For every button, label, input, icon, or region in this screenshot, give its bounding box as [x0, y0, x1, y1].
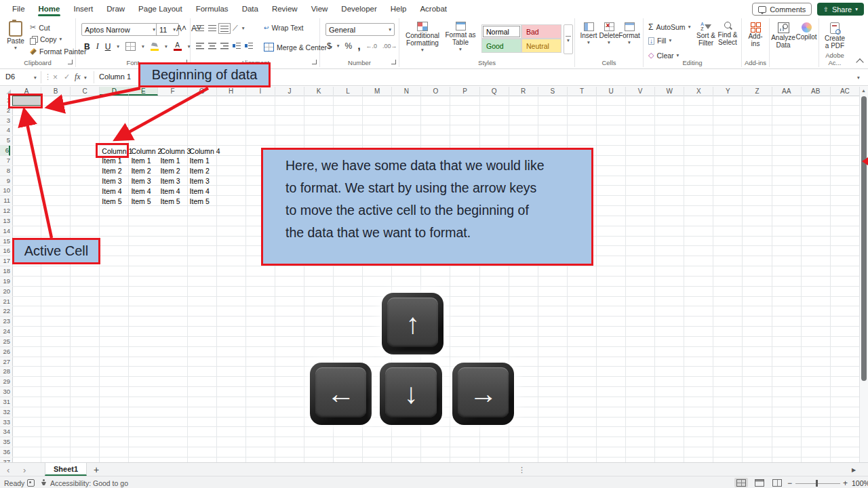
menu-tab-help[interactable]: Help [384, 1, 414, 17]
format-as-table-button[interactable]: Format as Table ▾ [443, 22, 478, 52]
chevron-down-icon[interactable]: ▾ [242, 26, 245, 31]
row-header-36[interactable]: 36 [0, 447, 10, 458]
increase-font-size-icon[interactable]: A˄ [176, 24, 186, 33]
column-header-N[interactable]: N [392, 87, 421, 96]
row-header-14[interactable]: 14 [0, 226, 10, 237]
menu-tab-insert[interactable]: Insert [66, 1, 100, 17]
column-header-W[interactable]: W [655, 87, 684, 96]
bold-button[interactable]: B [84, 42, 90, 52]
menu-tab-page-layout[interactable]: Page Layout [132, 1, 189, 17]
row-header-6[interactable]: 6 [0, 146, 10, 156]
accessibility-icon[interactable] [41, 479, 47, 486]
column-header-Q[interactable]: Q [480, 87, 509, 96]
style-neutral[interactable]: Neutral [521, 39, 561, 53]
cancel-entry-icon[interactable]: × [53, 73, 58, 82]
scrollbar-options-icon[interactable]: ⋮ [518, 463, 526, 476]
fx-chevron-icon[interactable]: ▾ [84, 75, 87, 81]
chevron-down-icon[interactable]: ▾ [165, 44, 167, 49]
row-header-23[interactable]: 23 [0, 317, 10, 327]
menu-tab-home[interactable]: Home [32, 1, 67, 17]
row-header-26[interactable]: 26 [0, 347, 10, 357]
arrow-key-right[interactable]: → [452, 363, 514, 425]
align-middle-icon[interactable] [208, 25, 216, 32]
font-color-icon[interactable]: A [174, 43, 182, 51]
view-normal-selected[interactable] [734, 478, 748, 487]
arrow-key-down[interactable]: ↓ [380, 363, 442, 425]
column-header-L[interactable]: L [334, 87, 363, 96]
wrap-text-button[interactable]: ↩ Wrap Text [264, 24, 303, 32]
column-header-I[interactable]: I [246, 87, 275, 96]
column-header-X[interactable]: X [684, 87, 713, 96]
column-header-O[interactable]: O [421, 87, 450, 96]
chevron-down-icon[interactable]: ▾ [117, 44, 119, 49]
style-good[interactable]: Good [481, 39, 521, 53]
fill-button[interactable]: ↓ Fill ▾ [648, 37, 671, 45]
column-header-K[interactable]: K [304, 87, 334, 96]
row-header-10[interactable]: 10 [0, 186, 10, 196]
number-format-select[interactable]: General ▾ [326, 23, 395, 36]
row-header-35[interactable]: 35 [0, 437, 10, 447]
cell-G11[interactable]: Item 5 [188, 196, 224, 206]
delete-cells-button[interactable]: × Delete ▾ [599, 22, 618, 45]
column-header-Z[interactable]: Z [743, 87, 772, 96]
paste-button[interactable]: Paste ▾ [4, 21, 27, 51]
column-header-D[interactable]: D [100, 87, 129, 96]
row-header-18[interactable]: 18 [0, 266, 10, 277]
prev-sheet-icon[interactable]: ‹ [7, 463, 9, 476]
scroll-right-icon[interactable]: ▶ [852, 463, 856, 476]
column-header-AC[interactable]: AC [831, 87, 860, 96]
macro-record-icon[interactable] [27, 479, 35, 487]
arrow-key-up[interactable]: ↑ [382, 293, 443, 354]
scroll-up-icon[interactable]: ▲ [861, 88, 866, 93]
row-header-34[interactable]: 34 [0, 427, 10, 437]
increase-indent-icon[interactable] [245, 43, 253, 49]
column-header-B[interactable]: B [41, 87, 71, 96]
column-header-J[interactable]: J [275, 87, 304, 96]
row-header-20[interactable]: 20 [0, 287, 10, 297]
create-pdf-button[interactable]: Create a PDF [824, 22, 846, 49]
column-header-U[interactable]: U [597, 87, 626, 96]
menu-tab-developer[interactable]: Developer [334, 1, 383, 17]
row-header-25[interactable]: 25 [0, 337, 10, 347]
menu-tab-formulas[interactable]: Formulas [189, 1, 235, 17]
cell-G7[interactable]: Item 1 [188, 156, 224, 166]
styles-gallery-scroll[interactable]: ▾ [564, 24, 573, 54]
menu-tab-review[interactable]: Review [265, 1, 304, 17]
zoom-slider-track[interactable] [795, 483, 840, 484]
align-top-icon[interactable] [196, 25, 204, 32]
menu-tab-file[interactable]: File [5, 1, 32, 17]
column-header-M[interactable]: M [363, 87, 392, 96]
row-header-9[interactable]: 9 [0, 176, 10, 186]
name-box-chevron-icon[interactable]: ▾ [34, 75, 37, 81]
menu-tab-view[interactable]: View [304, 1, 335, 17]
chevron-down-icon[interactable]: ▾ [142, 44, 144, 49]
column-header-AA[interactable]: AA [772, 87, 802, 96]
column-header-F[interactable]: F [159, 87, 188, 96]
collapse-ribbon-icon[interactable] [856, 58, 863, 66]
row-header-5[interactable]: 5 [0, 136, 10, 146]
cell-G10[interactable]: Item 4 [188, 186, 224, 196]
percent-format-icon[interactable]: % [344, 41, 352, 51]
status-accessibility[interactable]: Accessibility: Good to go [50, 479, 128, 487]
arrow-key-left[interactable]: ← [310, 363, 372, 425]
row-header-22[interactable]: 22 [0, 306, 10, 317]
row-header-13[interactable]: 13 [0, 216, 10, 226]
zoom-out-button[interactable]: − [787, 479, 792, 488]
align-right-icon[interactable] [220, 43, 229, 49]
cell-G9[interactable]: Item 3 [188, 176, 224, 186]
column-header-R[interactable]: R [509, 87, 538, 96]
align-center-icon[interactable] [208, 43, 216, 49]
align-bottom-icon-selected[interactable] [220, 25, 229, 32]
fill-color-icon[interactable] [151, 43, 159, 51]
copilot-button[interactable]: Copilot [795, 22, 817, 41]
find-select-button[interactable]: Find & Select [717, 22, 738, 46]
column-header-AB[interactable]: AB [802, 87, 831, 96]
row-header-33[interactable]: 33 [0, 418, 10, 428]
chevron-down-icon[interactable]: ▾ [337, 43, 340, 49]
expand-formula-bar-icon[interactable]: ▾ [857, 75, 860, 81]
zoom-level[interactable]: 100% [852, 479, 868, 487]
column-header-H[interactable]: H [217, 87, 246, 96]
format-cells-button[interactable]: Format ▾ [620, 22, 639, 45]
view-page-break-icon[interactable] [772, 479, 782, 487]
column-header-Y[interactable]: Y [713, 87, 743, 96]
